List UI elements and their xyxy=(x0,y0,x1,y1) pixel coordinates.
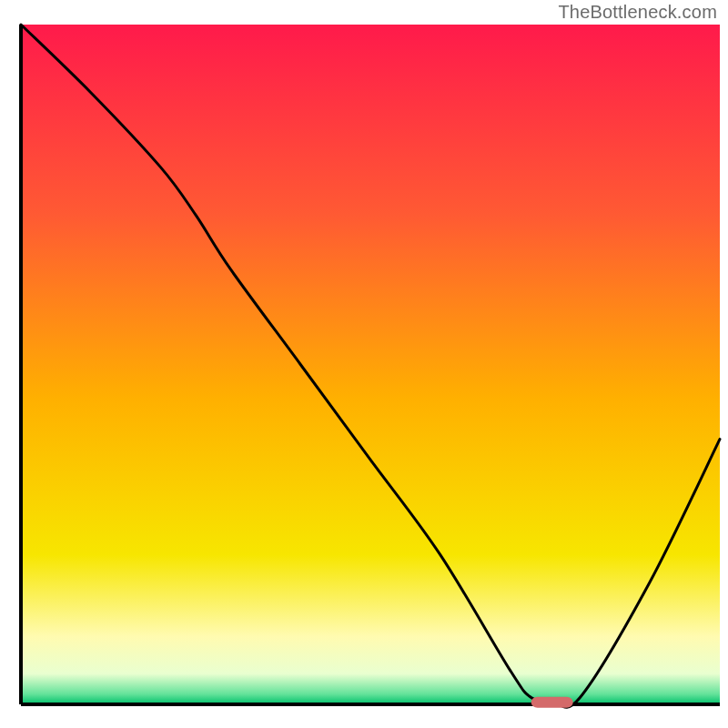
watermark-text: TheBottleneck.com xyxy=(558,2,717,23)
chart-svg xyxy=(0,0,728,728)
chart-stage: TheBottleneck.com xyxy=(0,0,728,728)
optimal-range-marker xyxy=(531,697,573,708)
plot-background xyxy=(21,25,720,704)
